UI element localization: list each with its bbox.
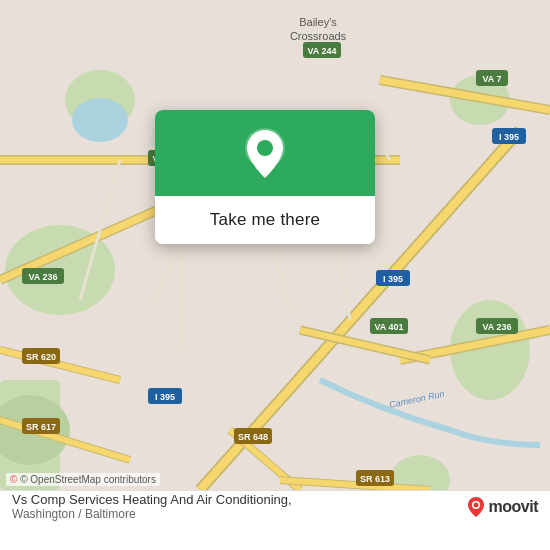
svg-text:VA 7: VA 7 (482, 74, 501, 84)
take-me-there-button[interactable]: Take me there (155, 196, 375, 244)
business-name: Vs Comp Services Heating And Air Conditi… (12, 492, 292, 507)
svg-text:VA 236: VA 236 (482, 322, 511, 332)
map-container[interactable]: VA 244 VA 244 VA 7 I 395 I 395 I 395 VA … (0, 0, 550, 490)
svg-point-64 (257, 140, 273, 156)
osm-attribution: © © OpenStreetMap contributors (6, 473, 160, 486)
moovit-logo: moovit (467, 496, 538, 518)
map-svg: VA 244 VA 244 VA 7 I 395 I 395 I 395 VA … (0, 0, 550, 490)
svg-point-66 (473, 502, 478, 507)
svg-text:SR 613: SR 613 (360, 474, 390, 484)
svg-text:SR 648: SR 648 (238, 432, 268, 442)
svg-text:Cameron Run: Cameron Run (388, 389, 445, 410)
svg-point-7 (72, 98, 128, 142)
business-info: Vs Comp Services Heating And Air Conditi… (12, 492, 292, 521)
popup-marker-area (155, 110, 375, 196)
svg-text:VA 244: VA 244 (307, 46, 336, 56)
bottom-bar: Vs Comp Services Heating And Air Conditi… (0, 490, 550, 522)
svg-text:VA 236: VA 236 (28, 272, 57, 282)
location-pin-icon (243, 128, 287, 180)
svg-text:Crossroads: Crossroads (290, 30, 347, 42)
moovit-pin-icon (467, 496, 485, 518)
svg-text:SR 620: SR 620 (26, 352, 56, 362)
app: VA 244 VA 244 VA 7 I 395 I 395 I 395 VA … (0, 0, 550, 550)
business-location: Washington / Baltimore (12, 507, 292, 521)
svg-text:VA 401: VA 401 (374, 322, 403, 332)
popup-card: Take me there (155, 110, 375, 244)
svg-text:I 395: I 395 (383, 274, 403, 284)
svg-text:SR 617: SR 617 (26, 422, 56, 432)
svg-text:I 395: I 395 (155, 392, 175, 402)
moovit-brand-text: moovit (489, 498, 538, 516)
svg-text:I 395: I 395 (499, 132, 519, 142)
svg-text:Bailey's: Bailey's (299, 16, 337, 28)
